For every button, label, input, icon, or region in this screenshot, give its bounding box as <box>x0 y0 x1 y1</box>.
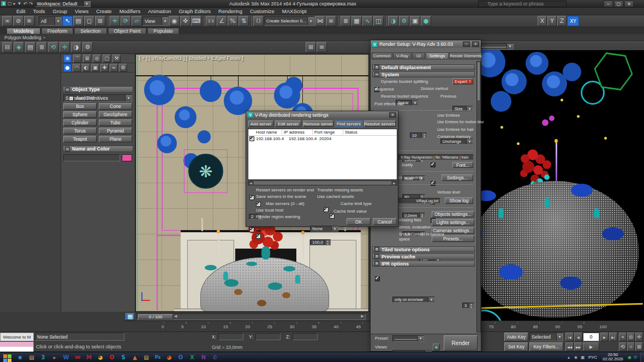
ribbon-tab-populate[interactable]: Populate <box>147 28 179 34</box>
rollout-preview-cache[interactable]: +Preview cache <box>372 254 475 260</box>
axis-z-button[interactable]: Z <box>557 16 567 26</box>
taskbar-gmail-icon[interactable]: M <box>84 353 94 362</box>
geosphere-button[interactable]: GeoSphere <box>99 111 132 118</box>
create-layer-icon[interactable]: ⊞ <box>306 42 316 52</box>
redo-icon[interactable]: ↷ <box>29 1 33 7</box>
utilities-tab-icon[interactable]: ⚒ <box>112 55 121 63</box>
col-host-name[interactable]: Host name <box>248 130 282 135</box>
material-sample-icon[interactable]: ◑ <box>71 42 81 52</box>
menu-customize[interactable]: Customize <box>250 8 275 14</box>
lights-settings-button[interactable]: Lights settings... <box>432 219 474 226</box>
expand-icon[interactable]: + <box>374 247 379 252</box>
prev-frame-icon[interactable]: ◀ <box>574 333 582 341</box>
save-servers-checkbox[interactable] <box>256 202 261 207</box>
cache-limit-value-spinner[interactable]: 100,0 <box>310 239 331 245</box>
zoom-extents-icon[interactable]: ⌖ <box>619 333 627 341</box>
named-sets-icon[interactable]: {} <box>253 16 264 26</box>
rollout-collapse-icon[interactable]: − <box>65 87 70 92</box>
object-color-swatch[interactable] <box>122 154 132 161</box>
select-scale-icon[interactable]: ▱ <box>132 16 142 26</box>
use-local-host-checkbox[interactable] <box>249 227 254 232</box>
dr-settings-button[interactable]: Settings... <box>442 174 473 181</box>
expert-button[interactable]: Expert ? <box>452 79 473 85</box>
frame-stamp-field[interactable]: V-Ray %vrayversion | file: %filename | f… <box>398 154 474 160</box>
scene-explorer-icon[interactable]: ▤ <box>25 42 35 52</box>
menu-views[interactable]: Views <box>75 8 88 14</box>
cache-limit-type-dropdown[interactable]: None <box>310 226 338 232</box>
render-setup-icon[interactable]: ⚙ <box>399 16 409 26</box>
auto-key-button[interactable]: Auto Key <box>504 333 528 341</box>
menu-graph-editors[interactable]: Graph Editors <box>178 8 211 14</box>
select-rotate-icon[interactable]: ⟳ <box>121 16 131 26</box>
systems-category-icon[interactable]: ⚙ <box>119 64 127 72</box>
add-server-button[interactable]: Add server <box>248 120 273 127</box>
dr-dialog-titlebar[interactable]: V V-Ray distributed rendering settings ✕ <box>246 111 398 118</box>
undo-icon[interactable]: ↶ <box>23 1 28 7</box>
taskbar-clock[interactable]: 20:50 02.02.2020 <box>600 353 625 361</box>
isolate-selection-icon[interactable]: ◈ <box>14 42 24 52</box>
menu-create[interactable]: Create <box>96 8 112 14</box>
taskbar-word-icon[interactable]: W <box>61 353 71 362</box>
tray-volume-icon[interactable]: ▣ <box>581 355 585 360</box>
resolve-servers-button[interactable]: Resolve servers <box>364 120 396 127</box>
scroll-right-icon[interactable]: ▶ <box>392 182 397 185</box>
orbit-tool-icon[interactable]: ⟲ <box>48 42 58 52</box>
distributed-rendering-checkbox[interactable] <box>375 276 380 281</box>
coord-x-field[interactable] <box>218 333 243 340</box>
render-preset-mini-dropdown[interactable]: ————————— <box>479 43 514 50</box>
angle-snap-icon[interactable]: ∠ <box>217 16 227 26</box>
render-region-checkbox[interactable] <box>256 234 261 239</box>
layer-list-icon[interactable]: ≡ <box>317 42 327 52</box>
render-button[interactable]: Render <box>444 335 478 351</box>
plane-button[interactable]: Plane <box>99 136 132 142</box>
zoom-region-icon[interactable]: ⌗ <box>627 342 635 351</box>
remove-server-button[interactable]: Remove server <box>303 120 333 127</box>
rollout-scrollbar[interactable] <box>476 61 481 333</box>
save-file-icon[interactable]: ▼ <box>17 1 22 6</box>
time-slider-track[interactable]: 0 / 100 ◀ ▶ <box>136 313 366 320</box>
welcome-button[interactable]: Welcome to M <box>0 333 34 341</box>
align-icon[interactable]: ≡ <box>326 16 336 26</box>
server-enabled-checkbox[interactable] <box>249 136 254 141</box>
pan-tool-icon[interactable]: ✛ <box>635 333 643 341</box>
unlink-icon[interactable]: ⊘ <box>13 16 23 26</box>
layer-explorer-icon[interactable]: ≣ <box>37 42 47 52</box>
curve-editor-icon[interactable]: ∿ <box>362 16 373 26</box>
rollout-collapse-icon[interactable]: − <box>65 147 70 152</box>
rollout-default-displacement[interactable]: +Default displacement <box>372 64 475 70</box>
object-type-rollout[interactable]: − Object Type <box>63 86 133 93</box>
expand-icon[interactable]: + <box>374 254 379 259</box>
rollout-tiled-texture[interactable]: +Tiled texture options <box>372 246 475 252</box>
cone-button[interactable]: Cone <box>99 103 132 110</box>
named-selection-dropdown[interactable]: Create Selection S... <box>264 16 314 26</box>
select-link-icon[interactable]: ∞ <box>2 16 13 26</box>
slider-prev-arrow[interactable]: ◀ <box>174 314 177 318</box>
next-frame-icon[interactable]: ▶ <box>600 333 609 341</box>
post-effects-spinner[interactable]: 10 <box>410 132 427 138</box>
render-view[interactable] <box>468 50 644 322</box>
maximize-viewport-icon[interactable]: ⊞ <box>635 342 643 351</box>
object-name-field[interactable] <box>63 154 120 161</box>
tray-antivirus-icon[interactable]: ◉ <box>628 355 631 360</box>
col-ip-address[interactable]: IP address <box>282 130 313 135</box>
graphite-ribbon-icon[interactable]: ▦ <box>351 16 362 26</box>
modify-tab-icon[interactable]: ⌒ <box>73 55 81 63</box>
key-filters-button[interactable]: Key Filters... <box>529 342 563 351</box>
autogrid-checkbox[interactable] <box>69 96 74 101</box>
axis-x-button[interactable]: X <box>538 16 547 26</box>
coord-z-field[interactable] <box>293 333 318 340</box>
coord-y-field[interactable] <box>255 333 281 340</box>
mirror-icon[interactable]: ⋈ <box>315 16 325 26</box>
ok-button[interactable]: OK <box>347 218 371 225</box>
embree-motion-blur-checkbox[interactable] <box>431 181 436 186</box>
taskbar-onenote-icon[interactable]: N <box>199 353 208 362</box>
show-log-button[interactable]: Show log <box>445 197 473 204</box>
objects-settings-button[interactable]: Objects settings... <box>432 211 474 218</box>
tray-network-icon[interactable]: ◈ <box>574 355 577 360</box>
ribbon-tab-selection[interactable]: Selection <box>74 28 107 34</box>
play-animation-icon[interactable]: ▶ <box>583 342 599 351</box>
cylinder-button[interactable]: Cylinder <box>63 119 97 126</box>
new-file-icon[interactable]: ▢ <box>8 1 12 6</box>
taskbar-3ds-icon[interactable]: 3D <box>73 353 82 362</box>
log-window-dropdown[interactable]: only on error/war <box>392 297 435 303</box>
